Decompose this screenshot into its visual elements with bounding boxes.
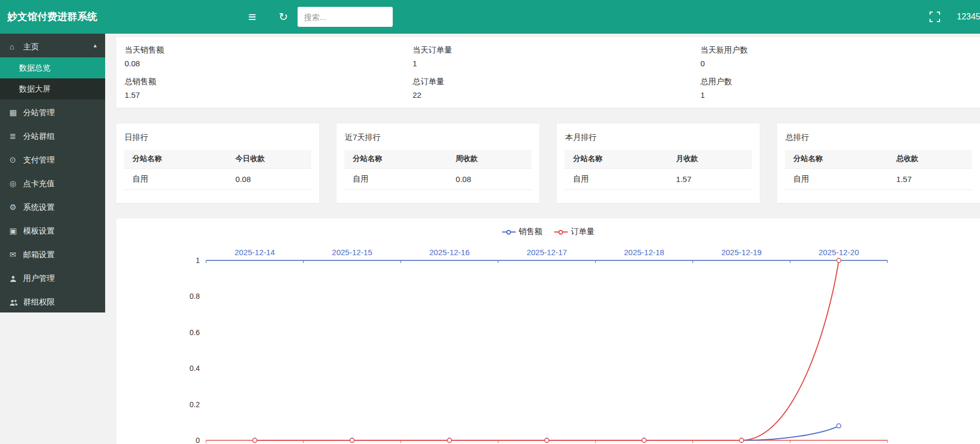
svg-text:2025-12-17: 2025-12-17 bbox=[527, 248, 567, 257]
sales-orders-chart: 00.20.40.60.812025-12-142025-12-152025-1… bbox=[116, 218, 980, 444]
app-title: 妙文馆付费进群系统 bbox=[7, 0, 97, 34]
stat-total-sales: 总销售额 1.57 bbox=[116, 77, 404, 100]
refresh-icon[interactable]: ↻ bbox=[279, 0, 288, 34]
svg-text:2025-12-19: 2025-12-19 bbox=[721, 248, 762, 257]
table-row[interactable]: 自用0.08 bbox=[124, 168, 311, 189]
stats-summary-card: 当天销售额 0.08 当天订单量 1 当天新用户数 0 总销售额 1.57 总订… bbox=[116, 37, 980, 108]
sidebar-item-home[interactable]: ⌂主页 ▲ bbox=[0, 34, 105, 57]
sidebar-item-system-settings[interactable]: ⚙系统设置 bbox=[0, 194, 105, 218]
payment-icon: ⊙ bbox=[9, 148, 23, 171]
table-row[interactable]: 自用0.08 bbox=[344, 168, 532, 189]
sidebar-item-user-management[interactable]: 用户管理 bbox=[0, 265, 105, 289]
table-row[interactable]: 自用1.57 bbox=[565, 168, 752, 189]
sidebar: ⌂主页 ▲ 数据总览 数据大屏 ▦分站管理 ≣分站群组 ⊙支付管理 ◎点卡充值 … bbox=[0, 34, 105, 312]
card-recharge-icon: ◎ bbox=[9, 171, 23, 195]
ranking-card-7days: 近7天排行 分站名称周收款 自用0.08 bbox=[336, 124, 539, 203]
top-header: 妙文馆付费进群系统 ≡ ↻ 12345 bbox=[0, 0, 980, 34]
mail-icon: ✉ bbox=[9, 243, 23, 266]
sidebar-item-template-settings[interactable]: ▣模板设置 bbox=[0, 218, 105, 241]
ranking-table-month: 分站名称月收款 自用1.57 bbox=[565, 150, 752, 190]
search-input[interactable] bbox=[298, 7, 393, 27]
home-icon: ⌂ bbox=[9, 35, 23, 58]
chart-legend: 销售额订单量 bbox=[116, 227, 980, 237]
svg-text:0: 0 bbox=[196, 436, 200, 444]
stat-today-sales: 当天销售额 0.08 bbox=[116, 45, 404, 68]
legend-item-1[interactable]: 订单量 bbox=[554, 227, 595, 237]
svg-text:2025-12-14: 2025-12-14 bbox=[234, 248, 275, 257]
legend-marker-icon bbox=[554, 231, 568, 233]
ranking-card-month: 本月排行 分站名称月收款 自用1.57 bbox=[557, 124, 760, 203]
sales-orders-chart-card: 销售额订单量 00.20.40.60.812025-12-142025-12-1… bbox=[116, 218, 980, 444]
stat-total-users: 总用户数 1 bbox=[692, 77, 980, 100]
sidebar-item-data-screen[interactable]: 数据大屏 bbox=[0, 78, 105, 99]
ranking-card-total: 总排行 分站名称总收款 自用1.57 bbox=[777, 124, 980, 203]
group-list-icon: ≣ bbox=[9, 124, 23, 148]
sidebar-item-substation-management[interactable]: ▦分站管理 bbox=[0, 99, 105, 123]
substation-icon: ▦ bbox=[9, 100, 23, 124]
svg-text:0.2: 0.2 bbox=[190, 400, 200, 409]
ranking-table-total: 分站名称总收款 自用1.57 bbox=[785, 150, 972, 190]
ranking-row: 日排行 分站名称今日收款 自用0.08 近7天排行 分站名称周收款 自用0.08… bbox=[116, 124, 980, 203]
main-content: 当天销售额 0.08 当天订单量 1 当天新用户数 0 总销售额 1.57 总订… bbox=[116, 37, 980, 444]
sidebar-item-group-permissions[interactable]: 群组权限 bbox=[0, 289, 105, 312]
template-icon: ▣ bbox=[9, 219, 23, 243]
ranking-table-daily: 分站名称今日收款 自用0.08 bbox=[124, 150, 311, 190]
svg-text:2025-12-16: 2025-12-16 bbox=[430, 248, 470, 257]
gear-icon: ⚙ bbox=[9, 195, 23, 219]
user-icon bbox=[9, 266, 23, 290]
users-icon bbox=[9, 290, 23, 314]
stat-total-orders: 总订单量 22 bbox=[404, 77, 692, 100]
ranking-card-daily: 日排行 分站名称今日收款 自用0.08 bbox=[116, 124, 319, 203]
svg-text:2025-12-18: 2025-12-18 bbox=[624, 248, 665, 257]
svg-text:1: 1 bbox=[196, 256, 200, 265]
sidebar-item-data-overview[interactable]: 数据总览 bbox=[0, 57, 105, 78]
chevron-up-icon: ▲ bbox=[93, 34, 98, 57]
menu-toggle-icon[interactable]: ≡ bbox=[248, 0, 256, 34]
legend-marker-icon bbox=[502, 231, 516, 233]
legend-item-0[interactable]: 销售额 bbox=[502, 227, 543, 237]
svg-text:2025-12-20: 2025-12-20 bbox=[819, 248, 859, 257]
svg-text:0.8: 0.8 bbox=[190, 292, 200, 300]
sidebar-item-substation-groups[interactable]: ≣分站群组 bbox=[0, 123, 105, 147]
sidebar-item-mail-settings[interactable]: ✉邮箱设置 bbox=[0, 241, 105, 265]
svg-text:0.6: 0.6 bbox=[190, 328, 200, 337]
sidebar-item-payment-management[interactable]: ⊙支付管理 bbox=[0, 147, 105, 170]
fullscreen-icon[interactable] bbox=[930, 12, 940, 22]
username[interactable]: 12345 bbox=[957, 0, 980, 34]
stat-today-new-users: 当天新用户数 0 bbox=[692, 45, 980, 68]
stat-today-orders: 当天订单量 1 bbox=[404, 45, 692, 68]
sidebar-item-card-recharge[interactable]: ◎点卡充值 bbox=[0, 170, 105, 194]
sidebar-submenu-home: 数据总览 数据大屏 bbox=[0, 57, 105, 99]
svg-text:2025-12-15: 2025-12-15 bbox=[332, 248, 372, 257]
table-row[interactable]: 自用1.57 bbox=[785, 168, 972, 189]
ranking-table-7days: 分站名称周收款 自用0.08 bbox=[344, 150, 532, 190]
svg-text:0.4: 0.4 bbox=[190, 364, 200, 372]
